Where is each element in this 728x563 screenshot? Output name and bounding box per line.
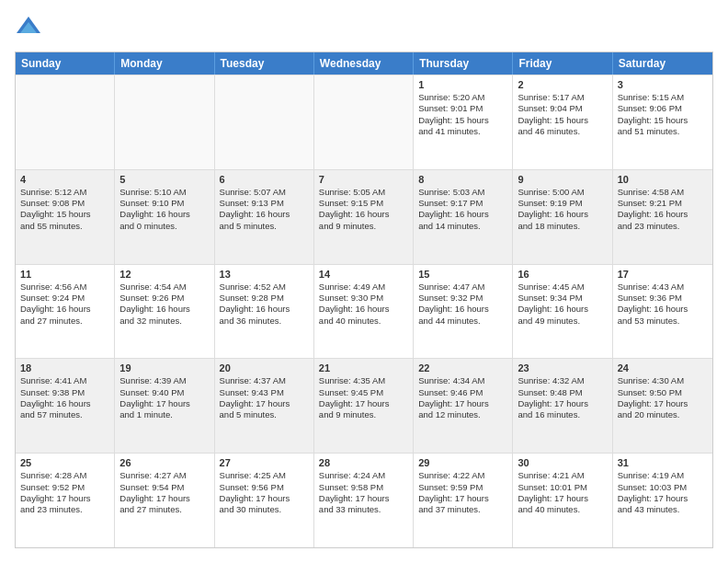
cell-line: Sunrise: 4:28 AM <box>20 470 109 481</box>
cal-cell-14: 14Sunrise: 4:49 AMSunset: 9:30 PMDayligh… <box>314 265 414 359</box>
cell-line: Daylight: 16 hours <box>418 304 507 315</box>
cell-line: and 33 minutes. <box>319 504 408 515</box>
cell-line: Sunset: 9:28 PM <box>220 293 309 304</box>
cal-cell-6: 6Sunrise: 5:07 AMSunset: 9:13 PMDaylight… <box>215 170 314 264</box>
cell-line: Daylight: 16 hours <box>119 209 209 220</box>
cell-line: Sunrise: 4:21 AM <box>518 470 607 481</box>
cell-line: Sunrise: 4:30 AM <box>618 375 708 386</box>
cell-line: and 55 minutes. <box>20 221 109 232</box>
cell-line: Sunrise: 5:15 AM <box>618 92 708 103</box>
cell-line: Daylight: 17 hours <box>319 398 408 409</box>
cell-line: and 53 minutes. <box>618 316 708 327</box>
cell-line: Sunset: 9:06 PM <box>618 103 708 114</box>
header-day-wednesday: Wednesday <box>314 52 414 75</box>
calendar-body: 1Sunrise: 5:20 AMSunset: 9:01 PMDaylight… <box>16 75 712 547</box>
cell-line: Daylight: 15 hours <box>20 209 109 220</box>
header-day-saturday: Saturday <box>613 52 712 75</box>
calendar: SundayMondayTuesdayWednesdayThursdayFrid… <box>15 52 713 548</box>
cell-line: and 37 minutes. <box>418 504 507 515</box>
cell-line: Sunrise: 4:35 AM <box>319 375 408 386</box>
cal-cell-31: 31Sunrise: 4:19 AMSunset: 10:03 PMDaylig… <box>613 454 712 547</box>
cell-line: Daylight: 17 hours <box>119 398 209 409</box>
cell-line: Sunrise: 5:17 AM <box>518 92 607 103</box>
cell-line: Daylight: 16 hours <box>220 209 309 220</box>
cell-line: and 18 minutes. <box>518 221 607 232</box>
week-row-5: 25Sunrise: 4:28 AMSunset: 9:52 PMDayligh… <box>16 453 712 547</box>
cell-line: Daylight: 16 hours <box>220 304 309 315</box>
cell-line: Daylight: 17 hours <box>418 398 507 409</box>
cell-line: Sunset: 9:08 PM <box>20 198 109 209</box>
cell-line: Sunset: 9:59 PM <box>418 482 507 493</box>
cal-cell-23: 23Sunrise: 4:32 AMSunset: 9:48 PMDayligh… <box>513 359 612 453</box>
cell-line: Daylight: 17 hours <box>220 493 309 504</box>
cal-cell-16: 16Sunrise: 4:45 AMSunset: 9:34 PMDayligh… <box>513 265 612 359</box>
cell-line: Sunrise: 4:45 AM <box>518 282 607 293</box>
cell-line: and 32 minutes. <box>119 316 209 327</box>
cell-line: Sunrise: 4:58 AM <box>618 187 708 198</box>
cell-line: and 23 minutes. <box>20 504 109 515</box>
day-number: 9 <box>518 174 607 185</box>
cell-line: Sunset: 10:01 PM <box>518 482 607 493</box>
cal-cell-10: 10Sunrise: 4:58 AMSunset: 9:21 PMDayligh… <box>613 170 712 264</box>
cell-line: Daylight: 17 hours <box>119 493 209 504</box>
cell-line: Sunset: 9:17 PM <box>418 198 507 209</box>
cell-line: and 40 minutes. <box>319 316 408 327</box>
cell-line: Daylight: 16 hours <box>20 398 109 409</box>
cell-line: Sunset: 9:21 PM <box>618 198 708 209</box>
header-day-thursday: Thursday <box>414 52 513 75</box>
cell-line: and 46 minutes. <box>518 126 607 137</box>
day-number: 20 <box>220 362 309 373</box>
day-number: 30 <box>518 457 607 468</box>
day-number: 11 <box>20 269 109 280</box>
cell-line: and 41 minutes. <box>418 126 507 137</box>
day-number: 29 <box>418 457 507 468</box>
cell-line: and 9 minutes. <box>319 409 408 420</box>
day-number: 21 <box>319 362 408 373</box>
cell-line: and 20 minutes. <box>618 409 708 420</box>
cell-line: Daylight: 16 hours <box>119 304 209 315</box>
cell-line: Daylight: 17 hours <box>518 493 607 504</box>
cal-cell-18: 18Sunrise: 4:41 AMSunset: 9:38 PMDayligh… <box>16 359 115 453</box>
cell-line: Sunrise: 4:41 AM <box>20 375 109 386</box>
logo-icon <box>15 15 42 42</box>
cal-cell-17: 17Sunrise: 4:43 AMSunset: 9:36 PMDayligh… <box>613 265 712 359</box>
cal-cell-2: 2Sunrise: 5:17 AMSunset: 9:04 PMDaylight… <box>513 75 612 169</box>
cell-line: Sunset: 9:10 PM <box>119 198 209 209</box>
cell-line: Sunrise: 4:56 AM <box>20 282 109 293</box>
cell-line: Daylight: 15 hours <box>518 115 607 126</box>
cal-cell-5: 5Sunrise: 5:10 AMSunset: 9:10 PMDaylight… <box>115 170 214 264</box>
day-number: 19 <box>119 362 209 373</box>
cell-line: and 30 minutes. <box>220 504 309 515</box>
header-day-monday: Monday <box>115 52 214 75</box>
cell-line: Daylight: 16 hours <box>518 304 607 315</box>
cal-cell-28: 28Sunrise: 4:24 AMSunset: 9:58 PMDayligh… <box>314 454 414 547</box>
cal-cell-9: 9Sunrise: 5:00 AMSunset: 9:19 PMDaylight… <box>513 170 612 264</box>
cell-line: Sunset: 9:32 PM <box>418 293 507 304</box>
cell-line: Sunset: 9:13 PM <box>220 198 309 209</box>
day-number: 25 <box>20 457 109 468</box>
cell-line: and 16 minutes. <box>518 409 607 420</box>
day-number: 27 <box>220 457 309 468</box>
week-row-2: 4Sunrise: 5:12 AMSunset: 9:08 PMDaylight… <box>16 169 712 264</box>
cell-line: Sunrise: 5:20 AM <box>418 92 507 103</box>
cell-line: Sunrise: 5:05 AM <box>319 187 408 198</box>
week-row-3: 11Sunrise: 4:56 AMSunset: 9:24 PMDayligh… <box>16 264 712 359</box>
header-day-sunday: Sunday <box>16 52 115 75</box>
cell-line: Sunrise: 4:39 AM <box>119 375 209 386</box>
cell-line: Sunrise: 5:00 AM <box>518 187 607 198</box>
cell-line: Sunset: 9:56 PM <box>220 482 309 493</box>
cell-line: Sunset: 9:48 PM <box>518 387 607 398</box>
cell-line: Sunrise: 5:07 AM <box>220 187 309 198</box>
cell-line: Daylight: 17 hours <box>220 398 309 409</box>
day-number: 16 <box>518 269 607 280</box>
cell-line: Sunrise: 4:43 AM <box>618 282 708 293</box>
cal-cell-21: 21Sunrise: 4:35 AMSunset: 9:45 PMDayligh… <box>314 359 414 453</box>
cal-cell-22: 22Sunrise: 4:34 AMSunset: 9:46 PMDayligh… <box>414 359 513 453</box>
day-number: 14 <box>319 269 408 280</box>
cell-line: and 57 minutes. <box>20 409 109 420</box>
day-number: 4 <box>20 174 109 185</box>
header <box>15 15 713 42</box>
day-number: 18 <box>20 362 109 373</box>
cell-line: Sunrise: 4:52 AM <box>220 282 309 293</box>
cell-line: Sunset: 9:50 PM <box>618 387 708 398</box>
